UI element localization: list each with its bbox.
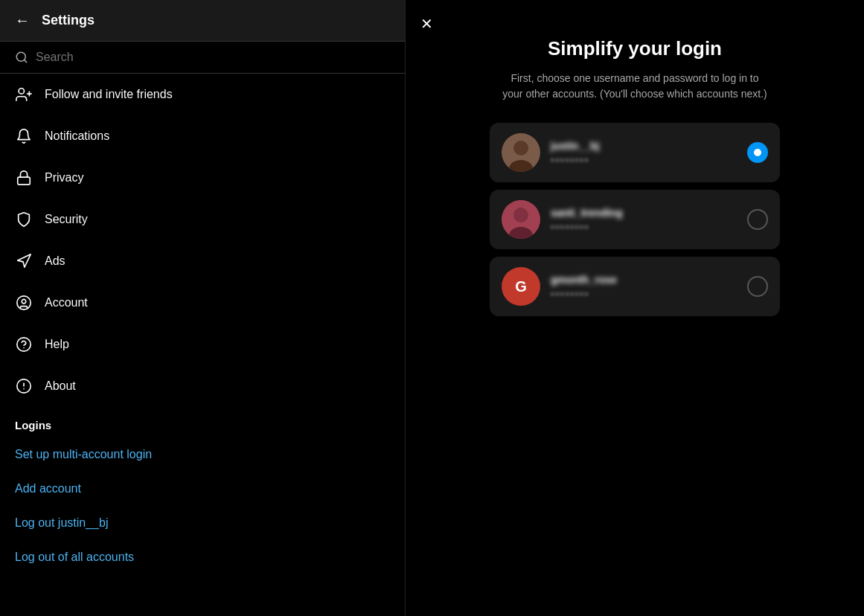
avatar: G: [502, 267, 540, 306]
info-circle-icon: [15, 377, 33, 395]
person-circle-icon: [15, 294, 33, 312]
person-add-icon: [15, 86, 33, 103]
back-button[interactable]: ←: [15, 12, 30, 29]
notifications-label: Notifications: [45, 129, 109, 143]
add-account-link[interactable]: Add account: [0, 472, 405, 506]
account-info: gmonth_rose ••••••••: [551, 274, 737, 300]
account-row[interactable]: santi_trending ••••••••: [490, 190, 780, 249]
radio-button[interactable]: [747, 276, 768, 297]
svg-line-1: [24, 60, 26, 62]
settings-header: ← Settings: [0, 0, 405, 42]
radio-inner: [754, 149, 761, 156]
svg-point-6: [17, 296, 31, 309]
panel-subtitle: First, choose one username and password …: [501, 71, 769, 102]
menu-item-help[interactable]: Help: [0, 324, 405, 365]
help-label: Help: [45, 338, 69, 351]
account-dots: ••••••••: [551, 222, 737, 233]
security-label: Security: [45, 213, 88, 226]
account-username: justin__bj: [551, 140, 737, 152]
right-panel: ✕ Simplify your login First, choose one …: [406, 0, 864, 616]
logout-all-link[interactable]: Log out of all accounts: [0, 540, 405, 574]
search-input[interactable]: [36, 51, 390, 64]
svg-point-2: [19, 89, 24, 94]
menu-item-account[interactable]: Account: [0, 282, 405, 324]
shield-icon: [15, 211, 33, 228]
radio-button[interactable]: [747, 209, 768, 230]
settings-panel: ← Settings Follow and invite friends: [0, 0, 406, 616]
svg-rect-5: [18, 177, 31, 185]
account-info: justin__bj ••••••••: [551, 140, 737, 166]
ads-label: Ads: [45, 254, 65, 268]
bell-icon: [15, 127, 33, 145]
logins-section-label: Logins: [0, 407, 405, 437]
account-info: santi_trending ••••••••: [551, 207, 737, 233]
search-container: [0, 42, 405, 74]
menu-item-about[interactable]: About: [0, 365, 405, 407]
setup-multi-login-link[interactable]: Set up multi-account login: [0, 437, 405, 472]
account-label: Account: [45, 296, 88, 309]
account-list: justin__bj •••••••• santi_trending •••••…: [490, 123, 780, 316]
account-row[interactable]: justin__bj ••••••••: [490, 123, 780, 182]
menu-item-follow[interactable]: Follow and invite friends: [0, 74, 405, 115]
svg-point-7: [22, 299, 26, 304]
follow-label: Follow and invite friends: [45, 88, 173, 101]
avatar: [502, 133, 540, 172]
svg-point-8: [17, 338, 31, 351]
menu-item-privacy[interactable]: Privacy: [0, 157, 405, 199]
account-dots: ••••••••: [551, 289, 737, 300]
avatar-letter: G: [515, 278, 527, 295]
panel-title: Simplify your login: [548, 37, 722, 60]
menu-item-ads[interactable]: Ads: [0, 240, 405, 282]
logout-user-link[interactable]: Log out justin__bj: [0, 506, 405, 540]
account-username: gmonth_rose: [551, 274, 737, 286]
megaphone-icon: [15, 252, 33, 270]
svg-point-14: [513, 141, 528, 155]
close-button[interactable]: ✕: [420, 15, 433, 33]
settings-title: Settings: [42, 13, 95, 28]
avatar: [502, 200, 540, 239]
search-icon: [15, 51, 28, 64]
svg-point-17: [513, 208, 528, 222]
lock-icon: [15, 169, 33, 187]
menu-item-security[interactable]: Security: [0, 199, 405, 240]
privacy-label: Privacy: [45, 171, 83, 185]
account-username: santi_trending: [551, 207, 737, 219]
account-row[interactable]: G gmonth_rose ••••••••: [490, 257, 780, 316]
question-circle-icon: [15, 336, 33, 353]
radio-button-selected[interactable]: [747, 142, 768, 163]
menu-item-notifications[interactable]: Notifications: [0, 115, 405, 157]
about-label: About: [45, 379, 76, 393]
account-dots: ••••••••: [551, 155, 737, 166]
